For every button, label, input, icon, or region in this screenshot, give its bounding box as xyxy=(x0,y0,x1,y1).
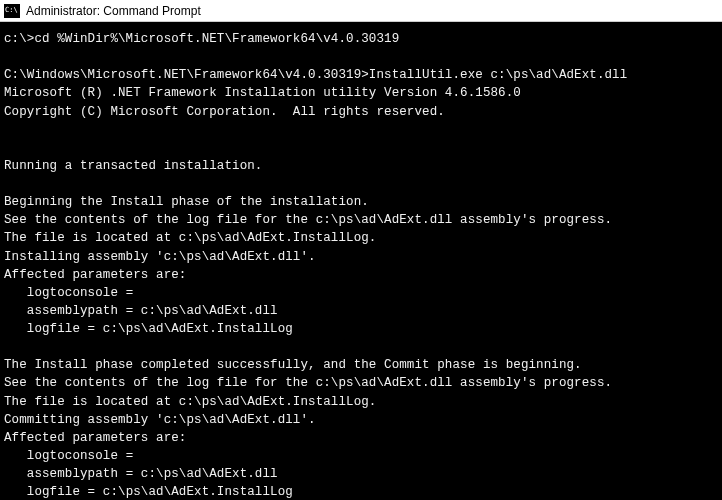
terminal-line: logfile = c:\ps\ad\AdExt.InstallLog xyxy=(4,320,718,338)
terminal-line xyxy=(4,175,718,193)
terminal-line: c:\>cd %WinDir%\Microsoft.NET\Framework6… xyxy=(4,30,718,48)
terminal-line xyxy=(4,121,718,139)
terminal-line: Beginning the Install phase of the insta… xyxy=(4,193,718,211)
terminal-line: logfile = c:\ps\ad\AdExt.InstallLog xyxy=(4,483,718,500)
terminal-line: See the contents of the log file for the… xyxy=(4,211,718,229)
window-titlebar[interactable]: Administrator: Command Prompt xyxy=(0,0,722,22)
terminal-line: assemblypath = c:\ps\ad\AdExt.dll xyxy=(4,302,718,320)
terminal-line: assemblypath = c:\ps\ad\AdExt.dll xyxy=(4,465,718,483)
terminal-line: Committing assembly 'c:\ps\ad\AdExt.dll'… xyxy=(4,411,718,429)
terminal-line: logtoconsole = xyxy=(4,284,718,302)
cmd-icon xyxy=(4,4,20,18)
terminal-line: Affected parameters are: xyxy=(4,429,718,447)
terminal-line: The file is located at c:\ps\ad\AdExt.In… xyxy=(4,229,718,247)
terminal-line xyxy=(4,139,718,157)
terminal-line: Microsoft (R) .NET Framework Installatio… xyxy=(4,84,718,102)
terminal-line xyxy=(4,48,718,66)
terminal-line xyxy=(4,338,718,356)
terminal-line: The file is located at c:\ps\ad\AdExt.In… xyxy=(4,393,718,411)
terminal-line: See the contents of the log file for the… xyxy=(4,374,718,392)
terminal-line: logtoconsole = xyxy=(4,447,718,465)
terminal-line: Installing assembly 'c:\ps\ad\AdExt.dll'… xyxy=(4,248,718,266)
terminal-line: The Install phase completed successfully… xyxy=(4,356,718,374)
terminal-output[interactable]: c:\>cd %WinDir%\Microsoft.NET\Framework6… xyxy=(0,22,722,500)
terminal-line: Copyright (C) Microsoft Corporation. All… xyxy=(4,103,718,121)
terminal-line: Running a transacted installation. xyxy=(4,157,718,175)
window-title: Administrator: Command Prompt xyxy=(26,4,201,18)
terminal-line: Affected parameters are: xyxy=(4,266,718,284)
terminal-line: C:\Windows\Microsoft.NET\Framework64\v4.… xyxy=(4,66,718,84)
